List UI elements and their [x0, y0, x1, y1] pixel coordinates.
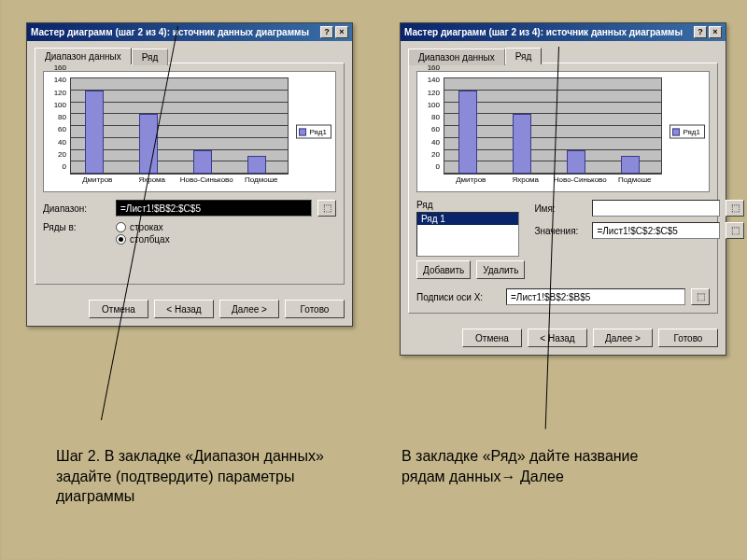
tab-data-range[interactable]: Диапазон данных — [408, 49, 505, 65]
chart-preview: 020406080100120140160 ДмитровЯхромаНово-… — [43, 71, 336, 192]
chart-wizard-dialog-left: Мастер диаграмм (шаг 2 из 4): источник д… — [26, 22, 353, 327]
chart-bar — [247, 156, 266, 174]
cancel-button[interactable]: Отмена — [462, 329, 522, 347]
caption-left: Шаг 2. В закладке «Диапазон данных» зада… — [56, 446, 364, 507]
legend-label: Ряд1 — [683, 128, 700, 136]
xlabels-input[interactable] — [506, 288, 685, 305]
cancel-button[interactable]: Отмена — [89, 300, 148, 318]
chart-bar — [513, 114, 531, 174]
radio-rows[interactable] — [116, 222, 126, 232]
chart-x-label: Дмитров — [70, 176, 125, 189]
close-icon[interactable]: × — [709, 26, 722, 38]
back-button[interactable]: < Назад — [528, 329, 587, 347]
chart-x-label: Яхрома — [499, 176, 554, 189]
series-name-label: Имя: — [534, 203, 586, 214]
series-values-input[interactable] — [592, 222, 720, 239]
legend-swatch-icon — [299, 128, 306, 135]
range-picker-icon[interactable]: ⬚ — [317, 200, 336, 217]
tab-panel-range: 020406080100120140160 ДмитровЯхромаНово-… — [35, 63, 345, 285]
finish-button[interactable]: Готово — [285, 300, 345, 318]
chart-legend: Ряд1 — [669, 125, 705, 139]
chart-bar — [458, 91, 477, 174]
series-listbox[interactable]: Ряд 1 — [416, 212, 519, 257]
radio-rows-label: строках — [130, 222, 163, 232]
legend-label: Ряд1 — [309, 128, 327, 136]
chart-x-label: Ново-Синьково — [553, 176, 608, 189]
chart-x-label: Дмитров — [444, 176, 499, 189]
series-name-input[interactable] — [592, 200, 720, 217]
range-input[interactable] — [116, 200, 312, 217]
delete-series-button[interactable]: Удалить — [476, 260, 525, 279]
close-icon[interactable]: × — [335, 26, 348, 38]
caption-right: В закладке «Ряд» дайте название рядам да… — [402, 446, 682, 486]
chart-preview: 020406080100120140160 ДмитровЯхромаНово-… — [416, 71, 710, 192]
values-picker-icon[interactable]: ⬚ — [726, 222, 744, 239]
chart-bar — [193, 150, 212, 175]
chart-x-label: Подмоше — [234, 176, 289, 189]
chart-bar — [621, 156, 640, 174]
rows-in-label: Ряды в: — [43, 222, 110, 232]
tab-data-range[interactable]: Диапазон данных — [35, 48, 132, 64]
legend-swatch-icon — [672, 128, 680, 135]
window-title: Мастер диаграмм (шаг 2 из 4): источник д… — [404, 27, 694, 37]
chart-legend: Ряд1 — [296, 125, 331, 139]
dialog-footer: Отмена < Назад Далее > Готово — [27, 292, 352, 326]
next-button[interactable]: Далее > — [593, 329, 653, 347]
add-series-button[interactable]: Добавить — [416, 260, 471, 279]
series-values-label: Значения: — [534, 226, 586, 236]
chart-x-label: Ново-Синьково — [179, 176, 234, 189]
xlabels-picker-icon[interactable]: ⬚ — [691, 288, 710, 305]
range-label: Диапазон: — [43, 203, 110, 214]
chart-x-label: Подмоше — [608, 176, 663, 189]
chart-x-label: Яхрома — [125, 176, 180, 189]
list-item[interactable]: Ряд 1 — [417, 213, 518, 225]
tab-panel-series: 020406080100120140160 ДмитровЯхромаНово-… — [408, 63, 718, 314]
xlabels-label: Подписи оси X: — [416, 292, 500, 302]
help-icon[interactable]: ? — [694, 26, 707, 38]
name-picker-icon[interactable]: ⬚ — [726, 200, 744, 217]
help-icon[interactable]: ? — [320, 26, 333, 38]
chart-bar — [567, 150, 585, 175]
titlebar[interactable]: Мастер диаграмм (шаг 2 из 4): источник д… — [27, 23, 352, 41]
tab-series[interactable]: Ряд — [132, 49, 169, 65]
chart-bar — [85, 91, 104, 174]
series-group-label: Ряд — [416, 200, 525, 210]
next-button[interactable]: Далее > — [219, 300, 279, 318]
tab-series[interactable]: Ряд — [505, 48, 543, 64]
back-button[interactable]: < Назад — [154, 300, 214, 318]
chart-wizard-dialog-right: Мастер диаграмм (шаг 2 из 4): источник д… — [400, 22, 726, 356]
radio-columns[interactable] — [116, 234, 126, 245]
titlebar[interactable]: Мастер диаграмм (шаг 2 из 4): источник д… — [401, 23, 726, 41]
finish-button[interactable]: Готово — [658, 329, 718, 347]
dialog-footer: Отмена < Назад Далее > Готово — [401, 321, 726, 355]
